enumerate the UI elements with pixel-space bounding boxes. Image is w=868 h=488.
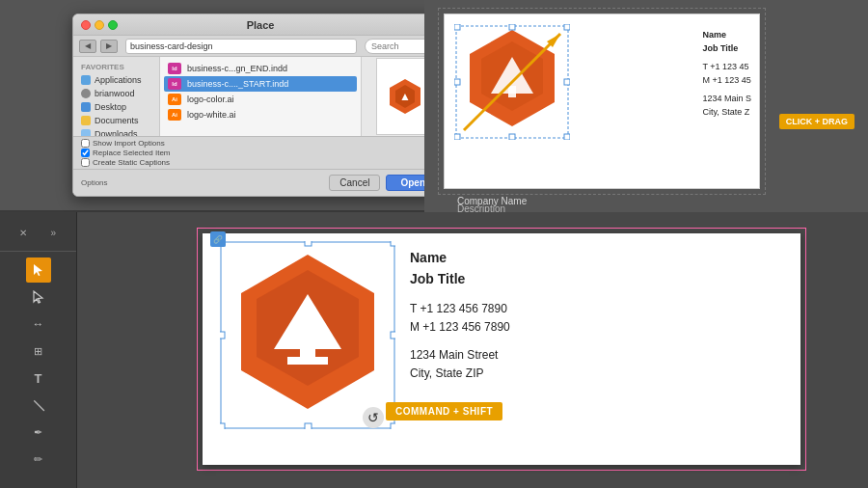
sidebar-documents[interactable]: Documents <box>73 114 159 127</box>
top-name: Name <box>702 28 751 41</box>
card-phone2: M +1 123 456 7890 <box>410 318 510 337</box>
top-logo-area <box>454 24 570 140</box>
file-item-logo-white[interactable]: Ai logo-white.ai <box>164 107 357 122</box>
svg-text:▲: ▲ <box>399 90 411 103</box>
svg-rect-13 <box>454 79 460 85</box>
command-shift-badge: COMMAND + SHIFT <box>386 402 502 420</box>
column-tool[interactable]: ⊞ <box>26 339 51 364</box>
ai-icon: Ai <box>168 94 181 105</box>
indd-icon: Id <box>168 63 181 74</box>
top-address1: 1234 Main S <box>702 92 751 105</box>
file-list: Id business-c...gn_END.indd Id business-… <box>160 57 361 136</box>
favorites-label: Favorites <box>73 61 159 73</box>
ai-icon: Ai <box>168 109 181 121</box>
file-item-start[interactable]: Id business-c...._START.indd <box>164 76 357 92</box>
toolbar-expand-icon[interactable]: » <box>41 220 66 245</box>
main-logo-hex-svg <box>220 241 395 429</box>
direct-selection-icon <box>32 290 45 304</box>
maximize-button[interactable] <box>108 20 118 30</box>
link-icon: 🔗 <box>210 231 226 247</box>
bottom-section: ✕ » ↔ ⊞ T | ✒ ✏ Name Job Title <box>0 212 868 488</box>
back-button[interactable]: ◀ <box>79 40 96 53</box>
toolbar-top: ✕ » <box>0 220 76 252</box>
cancel-button[interactable]: Cancel <box>329 175 380 191</box>
sidebar-downloads[interactable]: Downloads <box>73 127 159 136</box>
svg-rect-15 <box>454 134 460 140</box>
svg-rect-27 <box>305 423 312 429</box>
show-import-options-check[interactable]: Show Import Options <box>81 139 440 148</box>
dialog-title-bar: Place <box>73 14 448 36</box>
dialog-buttons: Cancel Open <box>329 175 440 191</box>
dialog-window-controls <box>81 20 118 30</box>
replace-selected-check[interactable]: Replace Selected Item <box>81 149 440 157</box>
selection-tool-icon <box>32 263 45 277</box>
forward-button[interactable]: ▶ <box>100 40 118 53</box>
pencil-tool[interactable]: ✏ <box>26 447 51 472</box>
svg-rect-25 <box>391 332 395 339</box>
indd-icon: Id <box>168 78 181 90</box>
card-phone1: T +1 123 456 7890 <box>410 300 510 318</box>
sidebar-applications[interactable]: Applications <box>73 73 159 87</box>
svg-rect-23 <box>391 241 395 246</box>
path-bar[interactable]: business-card-design <box>125 39 357 54</box>
file-panel: Id business-c...gn_END.indd Id business-… <box>160 57 361 136</box>
place-dialog: Place ◀ ▶ business-card-design Favorites… <box>72 14 448 197</box>
card-address1: 1234 Main Street <box>410 346 510 365</box>
minimize-button[interactable] <box>95 20 104 30</box>
top-card-text: Name Job Title T +1 123 45 M +1 123 45 1… <box>702 28 751 119</box>
gap-tool[interactable]: ↔ <box>26 312 51 337</box>
top-logo-hex-svg <box>454 24 570 140</box>
file-item-end[interactable]: Id business-c...gn_END.indd <box>164 61 357 76</box>
svg-rect-7 <box>508 86 516 97</box>
top-phone2: M +1 123 45 <box>702 73 751 87</box>
svg-rect-26 <box>220 423 225 429</box>
dialog-body: Favorites Applications brianwood Desktop… <box>73 57 448 136</box>
options-label: Options <box>81 178 108 187</box>
top-card-white: Name Job Title T +1 123 45 M +1 123 45 1… <box>444 14 760 189</box>
svg-marker-18 <box>34 264 42 276</box>
top-address2: City, State Z <box>702 105 751 119</box>
top-canvas-preview: Name Job Title T +1 123 45 M +1 123 45 1… <box>424 0 868 212</box>
card-address2: City, State ZIP <box>410 365 510 383</box>
toolbar-collapse-icon[interactable]: ✕ <box>11 220 36 245</box>
sidebar-desktop[interactable]: Desktop <box>73 100 159 114</box>
toolbar: ✕ » ↔ ⊞ T | ✒ ✏ <box>0 212 77 488</box>
card-text-block: Name Job Title T +1 123 456 7890 M +1 12… <box>410 247 510 384</box>
main-canvas: Name Job Title T +1 123 456 7890 M +1 12… <box>77 212 868 488</box>
dialog-title: Place <box>247 19 275 31</box>
top-section: Place ◀ ▶ business-card-design Favorites… <box>0 0 868 212</box>
svg-rect-11 <box>509 24 515 30</box>
svg-rect-22 <box>305 241 312 246</box>
main-logo-container: 🔗 <box>220 241 395 433</box>
create-static-captions-check[interactable]: Create Static Captions <box>81 158 440 167</box>
top-phone1: T +1 123 45 <box>702 60 751 73</box>
svg-rect-10 <box>454 24 460 30</box>
direct-selection-tool[interactable] <box>26 285 51 310</box>
card-name: Name <box>410 247 510 268</box>
line-tool[interactable]: | <box>20 388 56 423</box>
close-button[interactable] <box>81 20 91 30</box>
svg-rect-24 <box>220 332 225 339</box>
top-job-title: Job Title <box>702 41 751 55</box>
dialog-footer: Options Cancel Open <box>73 169 448 196</box>
card-job-title: Job Title <box>410 268 510 289</box>
svg-rect-12 <box>564 24 570 30</box>
svg-marker-19 <box>34 291 42 303</box>
dialog-sidebar: Favorites Applications brianwood Desktop… <box>73 57 160 136</box>
click-drag-badge: CLICK + DRAG <box>779 114 854 129</box>
svg-rect-28 <box>391 423 395 429</box>
dialog-checkboxes: Show Import Options Replace Selected Ite… <box>73 136 448 169</box>
svg-rect-14 <box>564 79 570 85</box>
top-description: Description <box>457 203 505 212</box>
svg-rect-16 <box>509 134 515 140</box>
selection-tool[interactable] <box>26 258 51 283</box>
rotate-cursor-icon: ↺ <box>363 407 384 428</box>
file-item-logo-color[interactable]: Ai logo-color.ai <box>164 92 357 107</box>
preview-logo-icon: ▲ <box>386 77 424 116</box>
svg-rect-33 <box>287 357 328 365</box>
pen-tool[interactable]: ✒ <box>26 420 51 445</box>
sidebar-brianwood[interactable]: brianwood <box>73 87 159 100</box>
dialog-nav-bar: ◀ ▶ business-card-design <box>73 36 448 57</box>
svg-rect-17 <box>564 134 570 140</box>
